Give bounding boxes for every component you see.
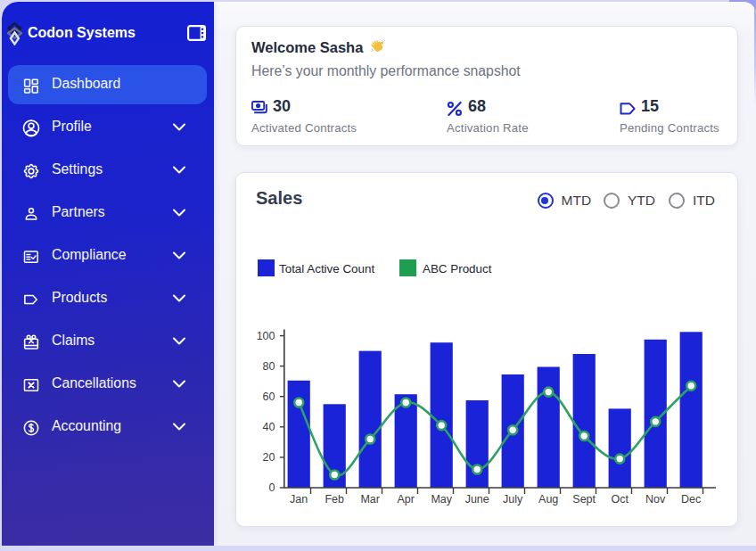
- svg-text:Oct: Oct: [611, 493, 629, 506]
- svg-text:0: 0: [269, 481, 275, 494]
- svg-text:Aug: Aug: [538, 493, 558, 506]
- svg-text:20: 20: [263, 451, 275, 464]
- svg-text:July: July: [503, 493, 523, 506]
- svg-text:40: 40: [263, 421, 275, 433]
- svg-text:Mar: Mar: [360, 493, 380, 506]
- svg-text:Nov: Nov: [645, 493, 666, 506]
- svg-text:Apr: Apr: [397, 493, 414, 506]
- svg-text:May: May: [431, 493, 452, 506]
- svg-text:Feb: Feb: [325, 493, 344, 506]
- svg-text:100: 100: [257, 330, 275, 342]
- svg-text:80: 80: [263, 360, 275, 373]
- svg-text:Sept: Sept: [572, 493, 596, 506]
- svg-text:June: June: [465, 493, 489, 506]
- svg-text:60: 60: [263, 391, 275, 403]
- svg-text:Dec: Dec: [681, 493, 701, 506]
- svg-text:Jan: Jan: [290, 493, 308, 506]
